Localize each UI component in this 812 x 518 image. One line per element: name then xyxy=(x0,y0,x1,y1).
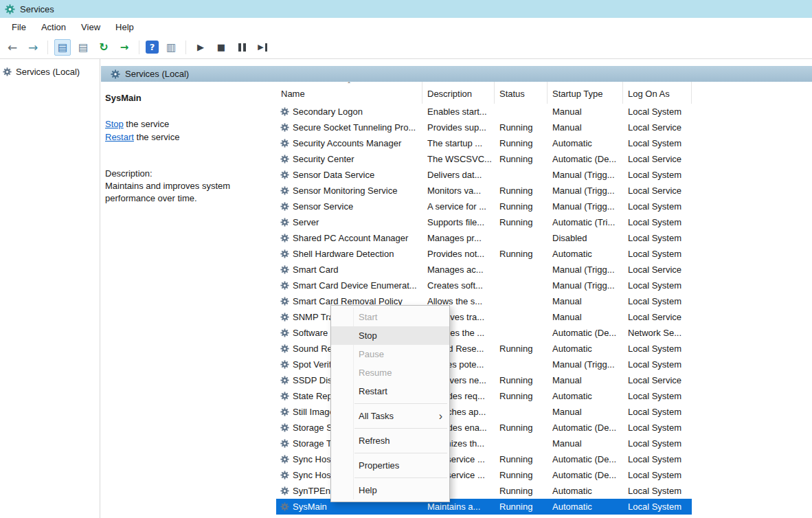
service-desc: The WSCSVC... xyxy=(422,151,495,167)
service-row[interactable]: ServerSupports file...RunningAutomatic (… xyxy=(276,214,692,230)
export-list-icon[interactable]: → xyxy=(116,39,133,56)
service-row[interactable]: Security Accounts ManagerThe startup ...… xyxy=(276,135,692,151)
service-row[interactable]: Sensor Data ServiceDelivers dat...Manual… xyxy=(276,167,692,183)
back-icon[interactable]: ← xyxy=(4,39,21,56)
refresh-icon[interactable]: ↻ xyxy=(95,39,112,56)
menu-help[interactable]: Help xyxy=(108,19,142,35)
services-window: Services FileActionViewHelp ←→▤▤↻→?▥▶■▶ … xyxy=(0,0,812,518)
service-name: Shell Hardware Detection xyxy=(293,249,394,259)
start-service-icon[interactable]: ▶ xyxy=(192,39,209,56)
service-startup: Manual (Trigg... xyxy=(548,278,623,293)
context-menu-item-all-tasks[interactable]: All Tasks› xyxy=(331,407,449,425)
service-name-cell: Shell Hardware Detection xyxy=(276,246,422,262)
service-desc: Monitors va... xyxy=(422,183,495,199)
context-menu-item-restart[interactable]: Restart xyxy=(331,382,449,401)
service-row[interactable]: Sensor Monitoring ServiceMonitors va...R… xyxy=(276,183,692,199)
context-menu-item-help[interactable]: Help xyxy=(331,481,449,499)
properties-icon[interactable]: ▤ xyxy=(75,39,91,56)
service-row[interactable]: Security CenterThe WSCSVC...RunningAutom… xyxy=(276,151,692,167)
column-header-name[interactable]: Nameˆ xyxy=(276,82,422,104)
service-status xyxy=(495,325,548,341)
service-row[interactable]: Shared PC Account ManagerManages pr...Di… xyxy=(276,230,692,246)
forward-icon[interactable]: → xyxy=(25,39,41,56)
service-name-cell: Smart Card xyxy=(276,262,422,278)
extended-panel: SysMain Stop the service Restart the ser… xyxy=(101,82,276,518)
stop-service-icon[interactable]: ■ xyxy=(213,39,229,56)
service-gear-icon xyxy=(280,281,289,290)
extended-view-icon[interactable]: ▥ xyxy=(163,39,179,56)
service-status: Running xyxy=(495,199,548,214)
show-console-tree-icon[interactable]: ▤ xyxy=(54,39,71,56)
menu-separator xyxy=(354,453,447,453)
column-header-description[interactable]: Description xyxy=(422,82,495,104)
service-desc: Supports file... xyxy=(422,214,495,230)
tree-item-services-local[interactable]: Services (Local) xyxy=(0,63,100,80)
titlebar[interactable]: Services xyxy=(0,0,812,18)
help-icon[interactable]: ? xyxy=(146,41,159,54)
service-desc: Provides sup... xyxy=(422,120,495,135)
service-logon: Network Se... xyxy=(623,325,692,341)
service-logon: Local System xyxy=(623,104,692,120)
service-logon: Local System xyxy=(623,483,692,499)
menu-bar: FileActionViewHelp xyxy=(0,18,812,36)
menu-view[interactable]: View xyxy=(74,19,108,35)
service-logon: Local Service xyxy=(623,262,692,278)
service-startup: Disabled xyxy=(548,230,623,246)
service-name: Server xyxy=(293,217,319,227)
description-text: Maintains and improves system performanc… xyxy=(105,180,251,205)
service-startup: Automatic xyxy=(548,483,623,499)
menu-action[interactable]: Action xyxy=(34,19,74,35)
service-name-cell: Security Accounts Manager xyxy=(276,135,422,151)
service-gear-icon xyxy=(280,249,289,258)
service-gear-icon xyxy=(280,376,289,385)
context-menu-item-properties[interactable]: Properties xyxy=(331,456,449,475)
column-header-log-on-as[interactable]: Log On As xyxy=(623,82,692,104)
restart-service-action: Restart the service xyxy=(105,133,264,142)
results-header-label: Services (Local) xyxy=(125,69,189,79)
service-name: Smart Card Device Enumerat... xyxy=(293,280,417,291)
service-logon: Local Service xyxy=(623,183,692,199)
service-startup: Automatic xyxy=(548,341,623,357)
restart-action-suffix: the service xyxy=(134,132,179,142)
service-gear-icon xyxy=(280,313,289,322)
service-gear-icon xyxy=(280,202,289,211)
restart-service-link[interactable]: Restart xyxy=(105,132,134,142)
service-logon: Local System xyxy=(623,420,692,436)
stop-service-link[interactable]: Stop xyxy=(105,119,124,129)
context-menu-item-resume: Resume xyxy=(331,363,449,382)
service-gear-icon xyxy=(280,107,289,116)
service-startup: Manual xyxy=(548,293,623,309)
service-row[interactable]: Smart Card Device Enumerat...Creates sof… xyxy=(276,278,692,293)
column-header-status[interactable]: Status xyxy=(495,82,548,104)
service-logon: Local System xyxy=(623,467,692,483)
restart-service-icon[interactable]: ▶ xyxy=(254,39,271,56)
context-menu-item-refresh[interactable]: Refresh xyxy=(331,431,449,450)
service-gear-icon xyxy=(280,439,289,448)
service-logon: Local Service xyxy=(623,151,692,167)
service-row[interactable]: Secure Socket Tunneling Pro...Provides s… xyxy=(276,120,692,135)
service-startup: Automatic xyxy=(548,499,623,515)
context-menu-item-start: Start xyxy=(331,308,449,326)
service-gear-icon xyxy=(280,234,289,243)
service-desc: Delivers dat... xyxy=(422,167,495,183)
service-status: Running xyxy=(495,420,548,436)
service-status: Running xyxy=(495,120,548,135)
context-menu-item-stop[interactable]: Stop xyxy=(331,326,449,345)
service-gear-icon xyxy=(280,471,289,480)
service-startup: Automatic (De... xyxy=(548,325,623,341)
service-name-cell: Sensor Service xyxy=(276,199,422,214)
service-row[interactable]: Shell Hardware DetectionProvides not...R… xyxy=(276,246,692,262)
service-name: Security Accounts Manager xyxy=(293,138,401,148)
service-row[interactable]: Sensor ServiceA service for ...RunningMa… xyxy=(276,199,692,214)
service-gear-icon xyxy=(280,360,289,369)
context-menu-item-label: Start xyxy=(359,312,377,322)
service-row[interactable]: Secondary LogonEnables start...ManualLoc… xyxy=(276,104,692,120)
service-status: Running xyxy=(495,341,548,357)
service-row[interactable]: System Event Notification S...Monit... xyxy=(276,515,692,518)
pause-service-icon[interactable] xyxy=(234,39,250,56)
menu-file[interactable]: File xyxy=(4,19,34,35)
service-desc: Manages pr... xyxy=(422,230,495,246)
service-row[interactable]: Smart CardManages ac...Manual (Trigg...L… xyxy=(276,262,692,278)
service-status xyxy=(495,357,548,372)
column-header-startup-type[interactable]: Startup Type xyxy=(548,82,623,104)
